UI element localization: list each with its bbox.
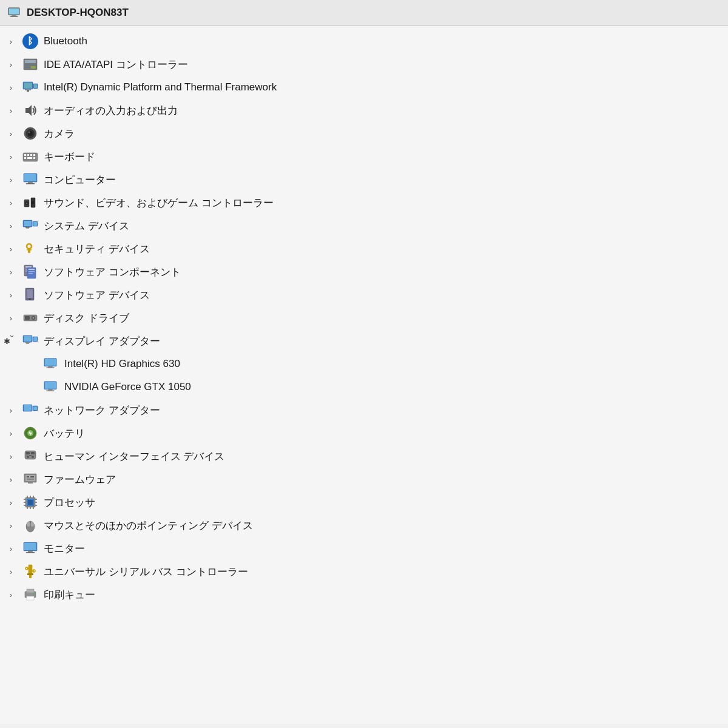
expand-print[interactable]: › [5,588,17,601]
bluetooth-label: Bluetooth [44,35,87,47]
svg-point-19 [29,132,30,133]
system-category[interactable]: › システム デバイス [0,214,728,237]
camera-category[interactable]: › カメラ [0,122,728,145]
expand-processor[interactable]: › [5,496,17,508]
expand-keyboard[interactable]: › [5,150,17,163]
svg-point-127 [33,593,35,595]
sound-category[interactable]: › サウンド、ビデオ、およびゲーム コントローラー [0,191,728,214]
security-category[interactable]: › セキュリティ デバイス [0,237,728,260]
svg-rect-12 [34,84,37,88]
display-icon [22,332,39,349]
expand-usb[interactable]: › [5,565,17,578]
bluetooth-category[interactable]: › ᛒ Bluetooth [0,30,728,53]
network-category[interactable]: › ネットワーク アダプター [0,399,728,422]
svg-marker-15 [25,105,32,116]
software-devices-category[interactable]: › ソフトウェア デバイス [0,283,728,306]
expand-computer[interactable]: › [5,174,17,186]
hid-category[interactable]: › ヒューマン インターフェイス デバイス [0,445,728,468]
svg-rect-126 [27,596,34,600]
expand-mouse[interactable]: › [5,519,17,531]
disk-label: ディスク ドライブ [44,311,129,325]
display-category[interactable]: › ✱ ディスプレイ アダプター [0,329,728,352]
expand-ide[interactable]: › [5,58,17,70]
expand-sound[interactable]: › [5,197,17,209]
sound-icon [22,194,39,211]
disk-icon [22,309,39,326]
svg-rect-92 [28,482,33,484]
disk-category[interactable]: › ディスク ドライブ [0,306,728,329]
expand-disk[interactable]: › [5,312,17,324]
intel-platform-label: Intel(R) Dynamic Platform and Thermal Fr… [44,81,277,93]
security-label: セキュリティ デバイス [44,242,150,256]
svg-rect-23 [30,154,32,156]
expand-intel-platform[interactable]: › [5,81,17,93]
processor-label: プロセッサ [44,496,95,510]
expand-security[interactable]: › [5,243,17,255]
svg-rect-115 [28,551,33,552]
expand-software-devices[interactable]: › [5,289,17,301]
svg-rect-69 [48,366,52,368]
svg-rect-38 [24,221,32,226]
nvidia-icon [42,379,58,395]
monitor-category[interactable]: › モニター [0,537,728,560]
svg-rect-82 [26,452,30,454]
svg-rect-7 [25,67,30,68]
svg-point-110 [27,522,30,527]
tree-header: DESKTOP-HQON83T [0,0,728,26]
svg-rect-8 [31,66,36,69]
svg-point-36 [32,201,35,204]
battery-category[interactable]: › バッテリ [0,422,728,445]
svg-rect-88 [25,475,35,481]
svg-rect-74 [47,391,55,391]
monitor-icon [22,540,39,557]
svg-rect-64 [33,337,37,341]
expand-audio[interactable]: › [5,104,17,116]
expand-bluetooth[interactable]: › [5,35,17,47]
svg-rect-56 [29,298,31,300]
processor-category[interactable]: › [0,491,728,514]
svg-rect-83 [31,452,35,454]
expand-network[interactable]: › [5,404,17,416]
system-label: システム デバイス [44,219,129,233]
intel-hd-item[interactable]: Intel(R) HD Graphics 630 [0,352,728,376]
software-components-category[interactable]: › ソフトウェア コンポーネント [0,260,728,283]
svg-rect-72 [45,382,56,389]
svg-rect-22 [27,154,29,156]
usb-category[interactable]: › ユニバーサル シリアル バス コントローラー [0,560,728,583]
expand-camera[interactable]: › [5,127,17,140]
ide-icon [22,56,39,73]
mouse-icon [22,517,39,534]
hid-label: ヒューマン インターフェイス デバイス [44,450,224,463]
svg-rect-14 [27,90,29,92]
svg-rect-25 [24,157,26,159]
keyboard-category[interactable]: › キーボード [0,145,728,168]
ide-category[interactable]: › IDE ATA/ATAPI コントローラー [0,53,728,76]
expand-battery[interactable]: › [5,427,17,439]
nvidia-item[interactable]: NVIDIA GeForce GTX 1050 [0,376,728,399]
svg-rect-118 [27,573,33,575]
audio-category[interactable]: › オーディオの入力および出力 [0,99,728,122]
intel-platform-icon [22,79,39,96]
audio-icon [22,102,39,119]
print-label: 印刷キュー [44,588,95,602]
svg-rect-44 [28,248,30,253]
svg-point-43 [27,244,32,249]
intel-platform-category[interactable]: › Intel(R) Dynamic Platform and Thermal … [0,76,728,99]
svg-rect-31 [26,183,35,184]
expand-hid[interactable]: › [5,450,17,462]
computer-label: コンピューター [44,173,116,187]
device-tree[interactable]: › ᛒ Bluetooth › IDE ATA/ATAPI コントローラー [0,26,728,724]
expand-monitor[interactable]: › [5,542,17,554]
svg-rect-51 [29,269,35,270]
expand-system[interactable]: › [5,220,17,232]
expand-display[interactable]: › [5,335,17,347]
usb-label: ユニバーサル シリアル バス コントローラー [44,565,248,579]
camera-icon [22,125,39,142]
expand-firmware[interactable]: › [5,473,17,485]
mouse-category[interactable]: › マウスとそのほかのポインティング デバイス [0,514,728,537]
computer-category[interactable]: › コンピューター [0,168,728,191]
print-category[interactable]: › 印刷キュー [0,583,728,606]
svg-rect-58 [25,316,30,320]
firmware-category[interactable]: › ファームウェア [0,468,728,491]
expand-software-components[interactable]: › [5,266,17,278]
